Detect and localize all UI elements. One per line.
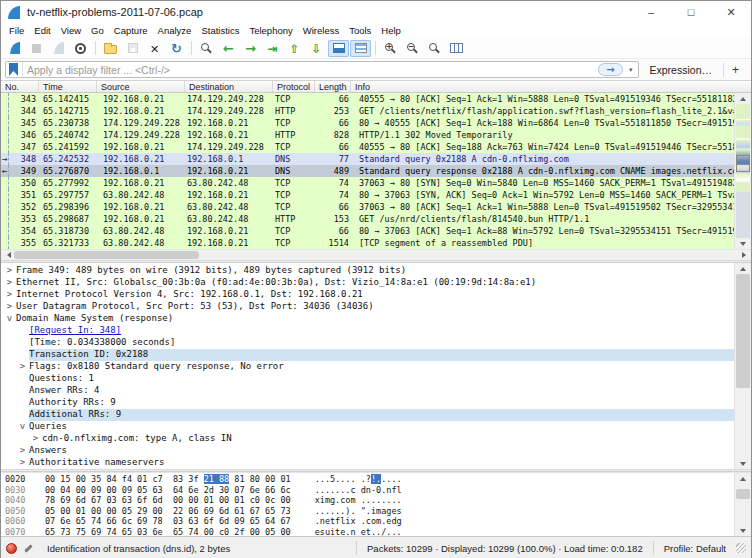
expander-icon[interactable]: > <box>3 277 16 289</box>
hex-bytes[interactable]: 05 00 01 00 00 05 29 00 22 06 69 6d 61 6… <box>45 506 291 517</box>
detail-row[interactable]: v Queries <box>1 421 734 433</box>
packet-row[interactable]: ← 349 65.276870 192.168.0.1 192.168.0.21… <box>1 165 734 177</box>
packet-row[interactable]: 344 65.142715 192.168.0.21 174.129.249.2… <box>1 105 734 117</box>
expander-icon[interactable]: > <box>3 301 16 313</box>
hex-scrollbar[interactable] <box>734 473 751 536</box>
expander-icon[interactable] <box>16 349 29 361</box>
filter-bookmark-icon[interactable] <box>9 63 18 76</box>
expander-icon[interactable]: > <box>29 433 42 445</box>
packet-row[interactable]: 355 65.321733 63.80.242.48 192.168.0.21 … <box>1 237 734 249</box>
packet-row[interactable]: 346 65.240742 174.129.249.228 192.168.0.… <box>1 129 734 141</box>
hex-bytes[interactable]: 07 6e 65 74 66 6c 69 78 03 63 6f 6d 09 6… <box>45 516 291 527</box>
go-to-packet-icon[interactable] <box>262 40 283 57</box>
go-back-icon[interactable] <box>218 40 239 57</box>
apply-filter-button[interactable]: → <box>598 63 623 76</box>
separator[interactable] <box>188 40 195 57</box>
detail-row[interactable]: Questions: 1 <box>1 373 734 385</box>
zoom-reset-icon[interactable] <box>424 40 445 57</box>
detail-row[interactable]: > User Datagram Protocol, Src Port: 53 (… <box>1 301 734 313</box>
scrollbar-thumb[interactable] <box>736 274 750 388</box>
display-filter-input[interactable] <box>27 64 594 76</box>
column-header[interactable]: Info <box>351 81 734 92</box>
detail-row[interactable]: Answer RRs: 4 <box>1 385 734 397</box>
ascii-bytes[interactable]: .......c dn-0.nfl <box>315 485 402 496</box>
hex-row[interactable]: 0070 65 73 75 69 74 65 03 6e 65 74 00 c0… <box>5 527 734 537</box>
scroll-up-icon[interactable] <box>735 263 751 274</box>
stop-capture-icon[interactable] <box>26 40 47 57</box>
ascii-bytes[interactable]: ...5.... .?!..... <box>315 474 402 485</box>
intelligent-scrollbar-minimap[interactable] <box>736 104 750 238</box>
scroll-up-icon[interactable] <box>735 93 751 104</box>
go-forward-icon[interactable] <box>240 40 261 57</box>
expression-button[interactable]: Expression… <box>643 64 719 76</box>
menu-item[interactable]: View <box>56 24 86 37</box>
menu-item[interactable]: Wireless <box>298 24 344 37</box>
hex-bytes[interactable]: 00 15 00 35 84 f4 01 c7 83 3f 21 88 81 8… <box>45 474 291 485</box>
find-packet-icon[interactable] <box>196 40 217 57</box>
column-header[interactable]: Destination <box>185 81 273 92</box>
start-capture-icon[interactable] <box>4 40 25 57</box>
detail-row[interactable]: [Request In: 348] <box>1 325 734 337</box>
scrollbar-thumb[interactable] <box>736 155 750 172</box>
hscrollbar-thumb[interactable] <box>14 251 199 259</box>
detail-row[interactable]: > Internet Protocol Version 4, Src: 192.… <box>1 289 734 301</box>
maximize-button[interactable]: □ <box>671 1 711 23</box>
expander-icon[interactable]: > <box>3 289 16 301</box>
packet-row[interactable]: 350 65.277992 192.168.0.21 63.80.242.48 … <box>1 177 734 189</box>
packet-row[interactable]: 354 65.318730 63.80.242.48 192.168.0.21 … <box>1 225 734 237</box>
column-header[interactable]: Length <box>315 81 351 92</box>
detail-row[interactable]: > Ethernet II, Src: Globalsc_00:3b:0a (f… <box>1 277 734 289</box>
hex-row[interactable]: 0020 00 15 00 35 84 f4 01 c7 83 3f 21 88… <box>5 474 734 485</box>
expander-icon[interactable]: > <box>16 361 29 373</box>
detail-row[interactable]: > Authoritative nameservers <box>1 457 734 469</box>
detail-row[interactable]: Additional RRs: 9 <box>1 409 734 421</box>
hex-bytes[interactable]: 65 73 75 69 74 65 03 6e 65 74 00 c0 2f 0… <box>45 527 291 537</box>
packet-row[interactable]: → 348 65.242532 192.168.0.21 192.168.0.1… <box>1 153 734 165</box>
menu-item[interactable]: Tools <box>344 24 376 37</box>
capture-comment-icon[interactable] <box>23 542 35 554</box>
filter-dropdown-caret-icon[interactable]: ▾ <box>627 66 635 74</box>
close-file-icon[interactable] <box>144 40 165 57</box>
restart-capture-icon[interactable] <box>70 40 91 57</box>
menu-item[interactable]: Analyze <box>153 24 197 37</box>
ascii-bytes[interactable]: ......). ".images <box>315 506 402 517</box>
scroll-down-icon[interactable] <box>735 525 751 536</box>
close-button[interactable]: ✕ <box>711 1 751 23</box>
scroll-up-icon[interactable] <box>735 473 751 484</box>
menu-item[interactable]: File <box>4 24 29 37</box>
expander-icon[interactable] <box>16 325 29 337</box>
separator[interactable] <box>372 40 379 57</box>
zoom-in-icon[interactable] <box>380 40 401 57</box>
scroll-right-icon[interactable] <box>738 252 749 258</box>
expander-icon[interactable] <box>16 397 29 409</box>
detail-row[interactable]: [Time: 0.034338000 seconds] <box>1 337 734 349</box>
scroll-left-icon[interactable] <box>3 252 14 258</box>
menu-item[interactable]: Go <box>86 24 109 37</box>
packet-row[interactable]: 353 65.298687 192.168.0.21 63.80.242.48 … <box>1 213 734 225</box>
detail-row[interactable]: v Domain Name System (response) <box>1 313 734 325</box>
packet-list-scrollbar[interactable] <box>734 93 751 249</box>
packet-row[interactable]: 345 65.230738 174.129.249.228 192.168.0.… <box>1 117 734 129</box>
expander-icon[interactable]: v <box>16 421 29 433</box>
expander-icon[interactable] <box>16 337 29 349</box>
colorize-packets-icon[interactable] <box>350 40 371 57</box>
packet-row[interactable]: 343 65.142415 192.168.0.21 174.129.249.2… <box>1 93 734 105</box>
hex-row[interactable]: 0040 78 69 6d 67 03 63 6f 6d 00 00 01 00… <box>5 495 734 506</box>
detail-row[interactable]: > cdn-0.nflximg.com: type A, class IN <box>1 433 734 445</box>
menu-item[interactable]: Capture <box>109 24 153 37</box>
menu-item[interactable]: Edit <box>29 24 55 37</box>
detail-row[interactable]: Authority RRs: 9 <box>1 397 734 409</box>
expander-icon[interactable]: > <box>16 457 29 469</box>
hex-row[interactable]: 0030 00 04 00 09 00 09 05 63 64 6e 2d 30… <box>5 485 734 496</box>
packet-row[interactable]: 352 65.298396 192.168.0.21 63.80.242.48 … <box>1 201 734 213</box>
column-header[interactable]: Time <box>39 81 97 92</box>
packet-list-hscrollbar[interactable] <box>1 249 751 260</box>
details-scrollbar[interactable] <box>734 263 751 469</box>
packet-row[interactable]: 351 65.297757 63.80.242.48 192.168.0.21 … <box>1 189 734 201</box>
reload-file-icon[interactable] <box>166 40 187 57</box>
hex-row[interactable]: 0060 07 6e 65 74 66 6c 69 78 03 63 6f 6d… <box>5 516 734 527</box>
go-last-packet-icon[interactable] <box>306 40 327 57</box>
packet-row[interactable]: 347 65.241592 192.168.0.21 174.129.249.2… <box>1 141 734 153</box>
menu-item[interactable]: Telephony <box>244 24 297 37</box>
expander-icon[interactable]: > <box>3 265 16 277</box>
